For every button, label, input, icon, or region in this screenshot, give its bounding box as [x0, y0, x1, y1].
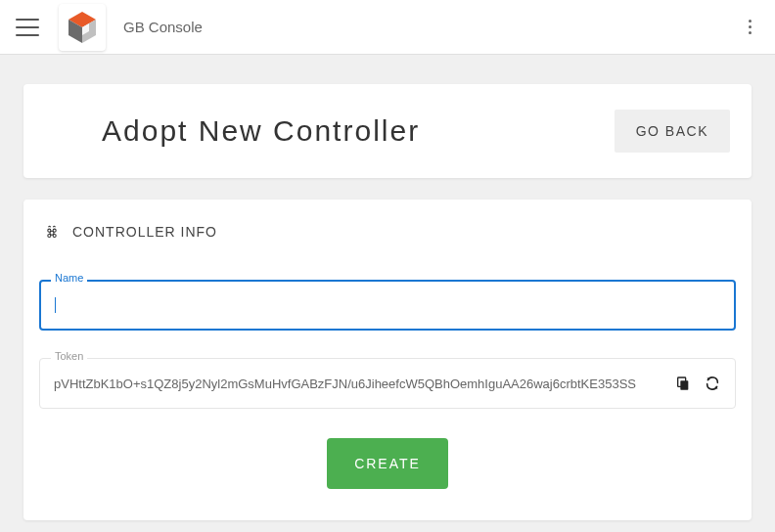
section-title: CONTROLLER INFO: [72, 224, 217, 240]
topbar: GB Console: [0, 0, 775, 55]
content-area: Adopt New Controller GO BACK CONTROLLER …: [0, 55, 775, 532]
cube-logo-icon: [65, 10, 100, 45]
svg-point-8: [53, 234, 56, 237]
token-label: Token: [51, 350, 87, 362]
copy-icon[interactable]: [674, 375, 692, 392]
go-back-button[interactable]: GO BACK: [615, 110, 730, 153]
menu-icon[interactable]: [16, 19, 39, 36]
svg-point-7: [48, 234, 51, 237]
app-title: GB Console: [123, 19, 203, 35]
name-label: Name: [51, 272, 87, 284]
token-field-wrap: Token pVHttZbK1bO+s1QZ8j5y2Nyl2mGsMuHvfG…: [39, 358, 736, 409]
page-title: Adopt New Controller: [102, 114, 420, 148]
header-card: Adopt New Controller GO BACK: [23, 84, 752, 178]
name-input[interactable]: [39, 280, 736, 331]
refresh-icon[interactable]: [704, 375, 721, 392]
create-row: CREATE: [39, 438, 736, 489]
overflow-menu-icon[interactable]: [740, 16, 759, 39]
token-display: pVHttZbK1bO+s1QZ8j5y2Nyl2mGsMuHvfGABzFJN…: [39, 358, 736, 409]
form-card: CONTROLLER INFO Name Token pVHttZbK1bO+s…: [23, 200, 752, 520]
text-cursor: [55, 297, 56, 313]
name-field-wrap: Name: [39, 280, 736, 331]
raspberry-pi-icon: [43, 223, 61, 241]
svg-rect-9: [680, 380, 688, 389]
app-logo: [59, 4, 106, 51]
section-header: CONTROLLER INFO: [39, 223, 736, 241]
create-button[interactable]: CREATE: [327, 438, 448, 489]
svg-point-6: [53, 229, 56, 232]
svg-point-5: [48, 229, 51, 232]
token-value: pVHttZbK1bO+s1QZ8j5y2Nyl2mGsMuHvfGABzFJN…: [54, 377, 662, 391]
